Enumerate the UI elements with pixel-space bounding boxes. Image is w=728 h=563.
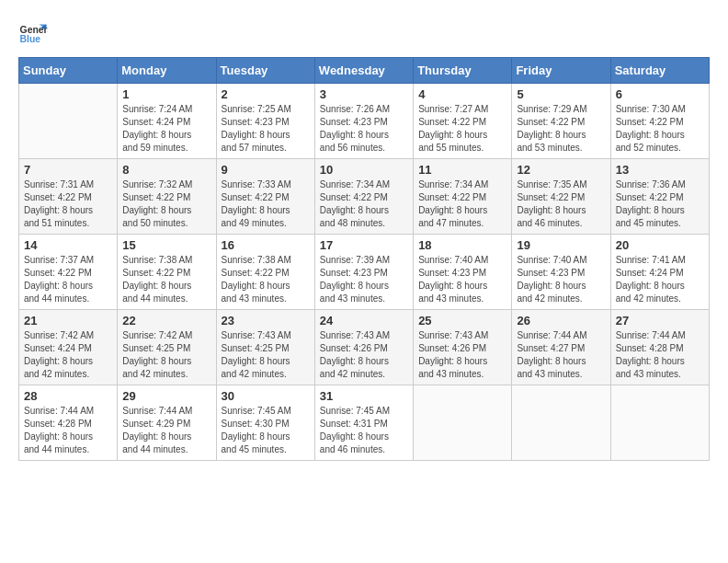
day-info: Sunrise: 7:39 AM Sunset: 4:23 PM Dayligh… <box>320 254 408 305</box>
day-info: Sunrise: 7:35 AM Sunset: 4:22 PM Dayligh… <box>517 178 605 230</box>
calendar-day-cell: 24Sunrise: 7:43 AM Sunset: 4:26 PM Dayli… <box>314 310 413 385</box>
day-number: 26 <box>517 314 605 327</box>
calendar-day-cell: 26Sunrise: 7:44 AM Sunset: 4:27 PM Dayli… <box>512 310 610 385</box>
day-number: 31 <box>320 389 408 403</box>
day-info: Sunrise: 7:45 AM Sunset: 4:31 PM Dayligh… <box>320 405 408 456</box>
day-info: Sunrise: 7:43 AM Sunset: 4:26 PM Dayligh… <box>320 329 408 381</box>
day-info: Sunrise: 7:34 AM Sunset: 4:22 PM Dayligh… <box>418 178 506 230</box>
calendar-day-cell: 19Sunrise: 7:40 AM Sunset: 4:23 PM Dayli… <box>512 235 610 310</box>
day-number: 15 <box>122 238 210 252</box>
day-info: Sunrise: 7:42 AM Sunset: 4:24 PM Dayligh… <box>24 329 112 381</box>
day-number: 14 <box>24 238 112 252</box>
dow-header-cell: Tuesday <box>216 58 314 84</box>
calendar-day-cell: 12Sunrise: 7:35 AM Sunset: 4:22 PM Dayli… <box>512 159 610 235</box>
day-info: Sunrise: 7:43 AM Sunset: 4:26 PM Dayligh… <box>418 329 506 381</box>
day-number: 21 <box>24 314 112 327</box>
calendar-day-cell: 8Sunrise: 7:32 AM Sunset: 4:22 PM Daylig… <box>118 159 216 235</box>
calendar-day-cell: 1Sunrise: 7:24 AM Sunset: 4:24 PM Daylig… <box>118 84 216 159</box>
calendar-week-row: 7Sunrise: 7:31 AM Sunset: 4:22 PM Daylig… <box>19 159 710 235</box>
day-number: 20 <box>616 238 704 252</box>
dow-header-cell: Thursday <box>414 58 512 84</box>
day-number: 7 <box>24 163 112 177</box>
day-number: 24 <box>320 314 408 327</box>
day-number: 8 <box>122 163 210 177</box>
calendar-day-cell <box>414 385 512 461</box>
day-number: 23 <box>222 314 310 327</box>
calendar-day-cell <box>19 84 118 159</box>
calendar-day-cell: 22Sunrise: 7:42 AM Sunset: 4:25 PM Dayli… <box>118 310 216 385</box>
calendar-day-cell <box>512 385 610 461</box>
day-info: Sunrise: 7:43 AM Sunset: 4:25 PM Dayligh… <box>222 329 310 381</box>
calendar-day-cell: 7Sunrise: 7:31 AM Sunset: 4:22 PM Daylig… <box>19 159 118 235</box>
day-info: Sunrise: 7:31 AM Sunset: 4:22 PM Dayligh… <box>24 178 112 230</box>
calendar-day-cell: 18Sunrise: 7:40 AM Sunset: 4:23 PM Dayli… <box>414 235 512 310</box>
day-info: Sunrise: 7:37 AM Sunset: 4:22 PM Dayligh… <box>24 254 112 305</box>
day-number: 11 <box>418 163 506 177</box>
day-info: Sunrise: 7:27 AM Sunset: 4:22 PM Dayligh… <box>418 103 506 155</box>
calendar-day-cell: 14Sunrise: 7:37 AM Sunset: 4:22 PM Dayli… <box>19 235 118 310</box>
dow-header-cell: Monday <box>118 58 216 84</box>
day-info: Sunrise: 7:40 AM Sunset: 4:23 PM Dayligh… <box>418 254 506 305</box>
day-info: Sunrise: 7:26 AM Sunset: 4:23 PM Dayligh… <box>320 103 408 155</box>
calendar-day-cell: 6Sunrise: 7:30 AM Sunset: 4:22 PM Daylig… <box>610 84 709 159</box>
day-number: 19 <box>517 238 605 252</box>
day-number: 27 <box>616 314 704 327</box>
calendar-day-cell: 10Sunrise: 7:34 AM Sunset: 4:22 PM Dayli… <box>314 159 413 235</box>
dow-header-cell: Sunday <box>19 58 118 84</box>
calendar-day-cell: 11Sunrise: 7:34 AM Sunset: 4:22 PM Dayli… <box>414 159 512 235</box>
day-info: Sunrise: 7:44 AM Sunset: 4:28 PM Dayligh… <box>616 329 704 381</box>
day-number: 28 <box>24 389 112 403</box>
day-info: Sunrise: 7:38 AM Sunset: 4:22 PM Dayligh… <box>122 254 210 305</box>
day-info: Sunrise: 7:40 AM Sunset: 4:23 PM Dayligh… <box>517 254 605 305</box>
day-info: Sunrise: 7:38 AM Sunset: 4:22 PM Dayligh… <box>222 254 310 305</box>
calendar-body: 1Sunrise: 7:24 AM Sunset: 4:24 PM Daylig… <box>19 84 710 461</box>
calendar-week-row: 28Sunrise: 7:44 AM Sunset: 4:28 PM Dayli… <box>19 385 710 461</box>
day-number: 18 <box>418 238 506 252</box>
calendar-week-row: 1Sunrise: 7:24 AM Sunset: 4:24 PM Daylig… <box>19 84 710 159</box>
calendar-day-cell: 21Sunrise: 7:42 AM Sunset: 4:24 PM Dayli… <box>19 310 118 385</box>
day-info: Sunrise: 7:44 AM Sunset: 4:28 PM Dayligh… <box>24 405 112 456</box>
day-number: 4 <box>418 87 506 101</box>
calendar-day-cell: 2Sunrise: 7:25 AM Sunset: 4:23 PM Daylig… <box>216 84 314 159</box>
day-info: Sunrise: 7:32 AM Sunset: 4:22 PM Dayligh… <box>122 178 210 230</box>
calendar-day-cell: 23Sunrise: 7:43 AM Sunset: 4:25 PM Dayli… <box>216 310 314 385</box>
calendar-day-cell: 16Sunrise: 7:38 AM Sunset: 4:22 PM Dayli… <box>216 235 314 310</box>
dow-header-cell: Friday <box>512 58 610 84</box>
day-number: 6 <box>616 87 704 101</box>
day-info: Sunrise: 7:29 AM Sunset: 4:22 PM Dayligh… <box>517 103 605 155</box>
day-info: Sunrise: 7:36 AM Sunset: 4:22 PM Dayligh… <box>616 178 704 230</box>
header: General Blue <box>18 18 710 48</box>
calendar-day-cell <box>610 385 709 461</box>
day-number: 3 <box>320 87 408 101</box>
day-info: Sunrise: 7:44 AM Sunset: 4:29 PM Dayligh… <box>122 405 210 456</box>
calendar-day-cell: 27Sunrise: 7:44 AM Sunset: 4:28 PM Dayli… <box>610 310 709 385</box>
day-info: Sunrise: 7:30 AM Sunset: 4:22 PM Dayligh… <box>616 103 704 155</box>
calendar-week-row: 21Sunrise: 7:42 AM Sunset: 4:24 PM Dayli… <box>19 310 710 385</box>
day-of-week-header: SundayMondayTuesdayWednesdayThursdayFrid… <box>19 58 710 84</box>
logo-icon: General Blue <box>18 18 48 48</box>
day-number: 29 <box>122 389 210 403</box>
day-number: 12 <box>517 163 605 177</box>
day-info: Sunrise: 7:24 AM Sunset: 4:24 PM Dayligh… <box>122 103 210 155</box>
day-number: 1 <box>122 87 210 101</box>
calendar-day-cell: 13Sunrise: 7:36 AM Sunset: 4:22 PM Dayli… <box>610 159 709 235</box>
calendar-day-cell: 29Sunrise: 7:44 AM Sunset: 4:29 PM Dayli… <box>118 385 216 461</box>
day-number: 5 <box>517 87 605 101</box>
day-number: 30 <box>222 389 310 403</box>
calendar-table: SundayMondayTuesdayWednesdayThursdayFrid… <box>18 57 710 461</box>
day-number: 13 <box>616 163 704 177</box>
day-info: Sunrise: 7:34 AM Sunset: 4:22 PM Dayligh… <box>320 178 408 230</box>
day-number: 17 <box>320 238 408 252</box>
dow-header-cell: Saturday <box>610 58 709 84</box>
day-info: Sunrise: 7:42 AM Sunset: 4:25 PM Dayligh… <box>122 329 210 381</box>
day-number: 22 <box>122 314 210 327</box>
calendar-day-cell: 3Sunrise: 7:26 AM Sunset: 4:23 PM Daylig… <box>314 84 413 159</box>
calendar-day-cell: 4Sunrise: 7:27 AM Sunset: 4:22 PM Daylig… <box>414 84 512 159</box>
calendar-day-cell: 28Sunrise: 7:44 AM Sunset: 4:28 PM Dayli… <box>19 385 118 461</box>
day-number: 10 <box>320 163 408 177</box>
day-info: Sunrise: 7:44 AM Sunset: 4:27 PM Dayligh… <box>517 329 605 381</box>
calendar-day-cell: 5Sunrise: 7:29 AM Sunset: 4:22 PM Daylig… <box>512 84 610 159</box>
calendar-day-cell: 17Sunrise: 7:39 AM Sunset: 4:23 PM Dayli… <box>314 235 413 310</box>
day-info: Sunrise: 7:33 AM Sunset: 4:22 PM Dayligh… <box>222 178 310 230</box>
calendar-day-cell: 15Sunrise: 7:38 AM Sunset: 4:22 PM Dayli… <box>118 235 216 310</box>
